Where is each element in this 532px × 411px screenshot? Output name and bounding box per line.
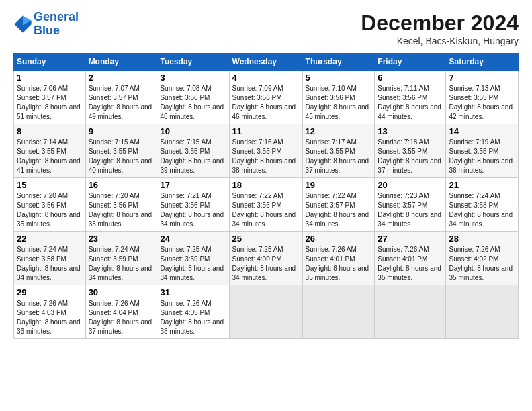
table-row bbox=[446, 285, 519, 339]
day-number: 18 bbox=[232, 180, 300, 190]
col-friday: Friday bbox=[375, 54, 446, 71]
calendar-week-2: 8Sunrise: 7:14 AMSunset: 3:55 PMDaylight… bbox=[14, 124, 519, 178]
day-number: 12 bbox=[306, 126, 372, 136]
day-info: Sunrise: 7:14 AMSunset: 3:55 PMDaylight:… bbox=[17, 138, 83, 175]
day-info: Sunrise: 7:09 AMSunset: 3:56 PMDaylight:… bbox=[232, 84, 300, 122]
day-info: Sunrise: 7:16 AMSunset: 3:55 PMDaylight:… bbox=[232, 138, 300, 175]
day-number: 10 bbox=[160, 126, 226, 136]
day-number: 16 bbox=[89, 180, 154, 190]
day-number: 15 bbox=[17, 180, 83, 190]
table-row: 28Sunrise: 7:26 AMSunset: 4:02 PMDayligh… bbox=[446, 232, 519, 285]
page: General Blue December 2024 Kecel, Bacs-K… bbox=[0, 0, 532, 346]
day-number: 23 bbox=[89, 234, 154, 244]
day-number: 28 bbox=[449, 234, 515, 244]
table-row: 7Sunrise: 7:13 AMSunset: 3:55 PMDaylight… bbox=[446, 71, 519, 124]
day-number: 31 bbox=[160, 287, 226, 298]
day-info: Sunrise: 7:26 AMSunset: 4:02 PMDaylight:… bbox=[449, 245, 515, 283]
day-number: 9 bbox=[89, 126, 154, 136]
day-number: 30 bbox=[89, 287, 154, 298]
col-sunday: Sunday bbox=[14, 54, 86, 71]
table-row bbox=[302, 285, 375, 339]
day-info: Sunrise: 7:26 AMSunset: 4:01 PMDaylight:… bbox=[378, 245, 443, 283]
day-info: Sunrise: 7:19 AMSunset: 3:55 PMDaylight:… bbox=[449, 138, 515, 175]
table-row: 27Sunrise: 7:26 AMSunset: 4:01 PMDayligh… bbox=[375, 232, 446, 285]
day-number: 6 bbox=[378, 73, 443, 83]
table-row: 2Sunrise: 7:07 AMSunset: 3:57 PMDaylight… bbox=[85, 71, 157, 124]
day-info: Sunrise: 7:06 AMSunset: 3:57 PMDaylight:… bbox=[17, 84, 83, 122]
table-row: 13Sunrise: 7:18 AMSunset: 3:55 PMDayligh… bbox=[375, 124, 446, 178]
day-info: Sunrise: 7:10 AMSunset: 3:56 PMDaylight:… bbox=[306, 84, 372, 122]
day-number: 19 bbox=[306, 180, 372, 190]
calendar-week-3: 15Sunrise: 7:20 AMSunset: 3:56 PMDayligh… bbox=[14, 178, 519, 232]
day-info: Sunrise: 7:20 AMSunset: 3:56 PMDaylight:… bbox=[17, 191, 83, 229]
day-info: Sunrise: 7:15 AMSunset: 3:55 PMDaylight:… bbox=[160, 138, 226, 175]
header: General Blue December 2024 Kecel, Bacs-K… bbox=[13, 11, 519, 46]
calendar-week-4: 22Sunrise: 7:24 AMSunset: 3:58 PMDayligh… bbox=[14, 232, 519, 285]
col-wednesday: Wednesday bbox=[229, 54, 302, 71]
header-row: Sunday Monday Tuesday Wednesday Thursday… bbox=[14, 54, 519, 71]
table-row: 12Sunrise: 7:17 AMSunset: 3:55 PMDayligh… bbox=[302, 124, 375, 178]
table-row: 10Sunrise: 7:15 AMSunset: 3:55 PMDayligh… bbox=[157, 124, 229, 178]
table-row: 24Sunrise: 7:25 AMSunset: 3:59 PMDayligh… bbox=[157, 232, 229, 285]
day-info: Sunrise: 7:26 AMSunset: 4:01 PMDaylight:… bbox=[306, 245, 372, 283]
day-info: Sunrise: 7:13 AMSunset: 3:55 PMDaylight:… bbox=[449, 84, 515, 122]
table-row: 9Sunrise: 7:15 AMSunset: 3:55 PMDaylight… bbox=[85, 124, 157, 178]
table-row: 14Sunrise: 7:19 AMSunset: 3:55 PMDayligh… bbox=[446, 124, 519, 178]
day-number: 4 bbox=[232, 73, 300, 83]
day-info: Sunrise: 7:07 AMSunset: 3:57 PMDaylight:… bbox=[89, 84, 154, 122]
table-row: 26Sunrise: 7:26 AMSunset: 4:01 PMDayligh… bbox=[302, 232, 375, 285]
day-info: Sunrise: 7:24 AMSunset: 3:58 PMDaylight:… bbox=[17, 245, 83, 283]
day-number: 7 bbox=[449, 73, 515, 83]
day-info: Sunrise: 7:20 AMSunset: 3:56 PMDaylight:… bbox=[89, 191, 154, 229]
day-number: 2 bbox=[89, 73, 154, 83]
table-row: 6Sunrise: 7:11 AMSunset: 3:56 PMDaylight… bbox=[375, 71, 446, 124]
logo-icon bbox=[13, 15, 32, 34]
month-title: December 2024 bbox=[361, 11, 519, 36]
day-info: Sunrise: 7:11 AMSunset: 3:56 PMDaylight:… bbox=[378, 84, 443, 122]
day-info: Sunrise: 7:17 AMSunset: 3:55 PMDaylight:… bbox=[306, 138, 372, 175]
table-row: 19Sunrise: 7:22 AMSunset: 3:57 PMDayligh… bbox=[302, 178, 375, 232]
table-row bbox=[375, 285, 446, 339]
day-info: Sunrise: 7:26 AMSunset: 4:05 PMDaylight:… bbox=[160, 299, 226, 336]
logo-line1: General bbox=[34, 10, 79, 24]
table-row: 5Sunrise: 7:10 AMSunset: 3:56 PMDaylight… bbox=[302, 71, 375, 124]
day-info: Sunrise: 7:24 AMSunset: 3:58 PMDaylight:… bbox=[449, 191, 515, 229]
day-number: 22 bbox=[17, 234, 83, 244]
calendar-table: Sunday Monday Tuesday Wednesday Thursday… bbox=[13, 53, 519, 339]
day-number: 8 bbox=[17, 126, 83, 136]
day-info: Sunrise: 7:24 AMSunset: 3:59 PMDaylight:… bbox=[89, 245, 154, 283]
table-row: 18Sunrise: 7:22 AMSunset: 3:56 PMDayligh… bbox=[229, 178, 302, 232]
table-row: 4Sunrise: 7:09 AMSunset: 3:56 PMDaylight… bbox=[229, 71, 302, 124]
day-number: 11 bbox=[232, 126, 300, 136]
day-info: Sunrise: 7:15 AMSunset: 3:55 PMDaylight:… bbox=[89, 138, 154, 175]
day-number: 27 bbox=[378, 234, 443, 244]
table-row: 16Sunrise: 7:20 AMSunset: 3:56 PMDayligh… bbox=[85, 178, 157, 232]
logo: General Blue bbox=[13, 11, 79, 38]
day-info: Sunrise: 7:21 AMSunset: 3:56 PMDaylight:… bbox=[160, 191, 226, 229]
logo-line2: Blue bbox=[34, 24, 60, 37]
day-number: 20 bbox=[378, 180, 443, 190]
day-number: 17 bbox=[160, 180, 226, 190]
day-info: Sunrise: 7:23 AMSunset: 3:57 PMDaylight:… bbox=[378, 191, 443, 229]
day-number: 5 bbox=[306, 73, 372, 83]
table-row: 17Sunrise: 7:21 AMSunset: 3:56 PMDayligh… bbox=[157, 178, 229, 232]
calendar-week-1: 1Sunrise: 7:06 AMSunset: 3:57 PMDaylight… bbox=[14, 71, 519, 124]
table-row: 25Sunrise: 7:25 AMSunset: 4:00 PMDayligh… bbox=[229, 232, 302, 285]
day-number: 13 bbox=[378, 126, 443, 136]
col-tuesday: Tuesday bbox=[157, 54, 229, 71]
day-number: 1 bbox=[17, 73, 83, 83]
day-info: Sunrise: 7:25 AMSunset: 4:00 PMDaylight:… bbox=[232, 245, 300, 283]
day-info: Sunrise: 7:18 AMSunset: 3:55 PMDaylight:… bbox=[378, 138, 443, 175]
title-block: December 2024 Kecel, Bacs-Kiskun, Hungar… bbox=[361, 11, 519, 46]
col-thursday: Thursday bbox=[302, 54, 375, 71]
day-number: 14 bbox=[449, 126, 515, 136]
table-row: 21Sunrise: 7:24 AMSunset: 3:58 PMDayligh… bbox=[446, 178, 519, 232]
table-row: 30Sunrise: 7:26 AMSunset: 4:04 PMDayligh… bbox=[85, 285, 157, 339]
col-monday: Monday bbox=[85, 54, 157, 71]
day-number: 24 bbox=[160, 234, 226, 244]
logo-text: General Blue bbox=[34, 11, 79, 38]
day-number: 29 bbox=[17, 287, 83, 298]
table-row: 1Sunrise: 7:06 AMSunset: 3:57 PMDaylight… bbox=[14, 71, 86, 124]
day-number: 3 bbox=[160, 73, 226, 83]
day-info: Sunrise: 7:08 AMSunset: 3:56 PMDaylight:… bbox=[160, 84, 226, 122]
